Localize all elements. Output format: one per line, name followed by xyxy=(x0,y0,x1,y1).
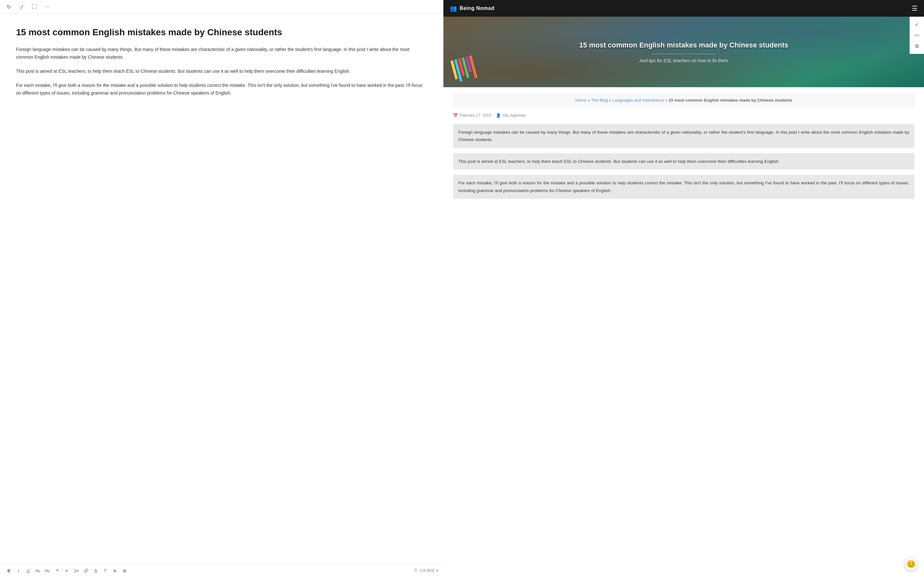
logo-text: Being Nomad xyxy=(459,5,494,11)
editor-paragraph-3[interactable]: For each mistake, I'll give both a reaso… xyxy=(16,82,427,97)
h1-button[interactable]: H₁ xyxy=(34,567,42,574)
more-icon[interactable]: ··· xyxy=(44,3,51,10)
hero-title: 15 most common English mistakes made by … xyxy=(579,41,788,50)
link-button[interactable]: 🔗 xyxy=(82,567,90,574)
editor-panel: ↻ ⤤ ⛶ ··· 15 most common English mistake… xyxy=(0,0,443,577)
table-button[interactable]: ⊞ xyxy=(121,567,128,574)
hero-subtitle: And tips for ESL teachers on how to fix … xyxy=(579,58,788,63)
font-button[interactable]: T xyxy=(102,567,109,574)
h2-button[interactable]: H₂ xyxy=(44,567,51,574)
chevron-icon[interactable]: ▾ xyxy=(436,568,438,573)
hero-section: 15 most common English mistakes made by … xyxy=(443,17,924,87)
article-paragraph-2: This post is aimed at ESL teachers, to h… xyxy=(453,153,914,169)
code-icon[interactable]: </> xyxy=(912,30,922,40)
underline-button[interactable]: U xyxy=(24,567,32,574)
underline2-button[interactable]: A̲ xyxy=(92,567,99,574)
browser-preview-panel: 👥 Being Nomad ☰ 15 most common English m… xyxy=(443,0,924,577)
hero-divider xyxy=(652,54,716,54)
check-icon[interactable]: ✓ xyxy=(912,19,922,29)
editor-content: 15 most common English mistakes made by … xyxy=(0,14,443,564)
expand-icon[interactable]: ⛶ xyxy=(31,3,38,10)
bottom-toolbar: B I U H₁ H₂ ❝ ≡ 1≡ 🔗 A̲ T S̶ ⊞ ⏱ 129 单词 … xyxy=(0,564,443,577)
editor-paragraph-2[interactable]: This post is aimed at ESL teachers, to h… xyxy=(16,68,427,75)
italic-button[interactable]: I xyxy=(15,567,23,574)
logo-icon: 👥 xyxy=(450,5,457,12)
article-date: 📅 February 17, 2019 xyxy=(453,113,491,118)
article-date-text: February 17, 2019 xyxy=(459,113,491,118)
editor-paragraph-1[interactable]: Foreign language mistakes can be caused … xyxy=(16,46,427,61)
clock-icon: ⏱ xyxy=(414,568,417,573)
article-paragraph-3: For each mistake, I'll give both a reaso… xyxy=(453,175,914,199)
breadcrumb-category-link[interactable]: Languages and Interactions xyxy=(612,98,664,103)
editor-title[interactable]: 15 most common English mistakes made by … xyxy=(16,27,427,38)
top-toolbar: ↻ ⤤ ⛶ ··· xyxy=(0,0,443,14)
hamburger-menu-icon[interactable]: ☰ xyxy=(912,5,918,12)
breadcrumb-current: 15 most common English mistakes made by … xyxy=(669,98,792,103)
site-logo: 👥 Being Nomad xyxy=(450,5,494,12)
calendar-icon: 📅 xyxy=(453,113,458,118)
article-author: 👤 Ola Jagielska xyxy=(496,113,525,118)
side-icons-panel: ✓ </> ⧉ xyxy=(909,17,924,54)
site-header: 👥 Being Nomad ☰ xyxy=(443,0,924,17)
strike-button[interactable]: S̶ xyxy=(111,567,119,574)
tray-icon[interactable]: ⧉ xyxy=(912,41,922,51)
article-author-text: Ola Jagielska xyxy=(502,113,525,118)
breadcrumb: Home » The Blog » Languages and Interact… xyxy=(453,93,914,107)
emoji-feedback-button[interactable]: 😊 xyxy=(905,558,918,571)
article-area: Home » The Blog » Languages and Interact… xyxy=(443,87,924,577)
breadcrumb-sep-3: » xyxy=(665,98,669,103)
author-icon: 👤 xyxy=(496,113,501,118)
word-count-label: 129 单词 xyxy=(419,568,435,574)
breadcrumb-sep-1: » xyxy=(588,98,590,103)
refresh-icon[interactable]: ↻ xyxy=(5,3,12,10)
breadcrumb-sep-2: » xyxy=(609,98,611,103)
editor-body[interactable]: Foreign language mistakes can be caused … xyxy=(16,46,427,97)
breadcrumb-blog-link[interactable]: The Blog xyxy=(591,98,607,103)
hero-text: 15 most common English mistakes made by … xyxy=(573,34,795,69)
article-paragraph-1: Foreign language mistakes can be caused … xyxy=(453,124,914,148)
quote-button[interactable]: ❝ xyxy=(53,567,61,574)
share-icon[interactable]: ⤤ xyxy=(18,3,25,10)
word-count-area: ⏱ 129 单词 ▾ xyxy=(414,568,438,574)
unordered-list-button[interactable]: ≡ xyxy=(63,567,71,574)
bold-button[interactable]: B xyxy=(5,567,13,574)
article-meta: 📅 February 17, 2019 👤 Ola Jagielska xyxy=(453,113,914,118)
breadcrumb-home-link[interactable]: Home xyxy=(575,98,586,103)
ordered-list-button[interactable]: 1≡ xyxy=(73,567,80,574)
